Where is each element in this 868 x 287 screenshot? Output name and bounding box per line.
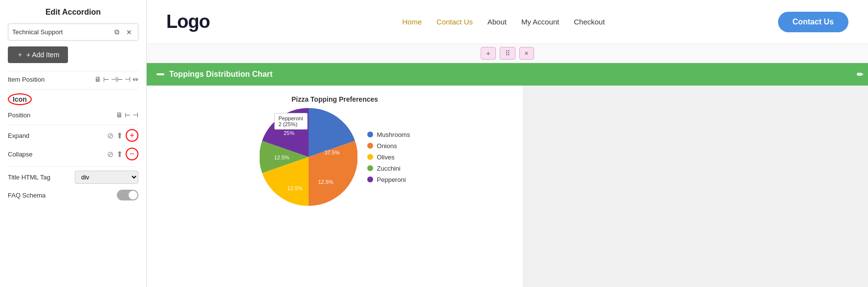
nav-checkout[interactable]: Checkout	[574, 18, 605, 26]
nav-links: Home Contact Us About My Account Checkou…	[229, 18, 778, 26]
item-position-label: Item Position	[8, 76, 45, 83]
expand-plus-button[interactable]: +	[126, 129, 138, 142]
logo: Logo	[166, 11, 210, 32]
expand-controls: ⊘ ⬆ +	[107, 129, 138, 142]
content-area: Toppings Distribution Chart ✏ Pizza Topp…	[147, 63, 868, 287]
collapse-minus-button[interactable]: −	[126, 148, 138, 160]
collapse-controls: ⊘ ⬆ −	[107, 148, 138, 160]
legend-olives: Olives	[367, 154, 410, 161]
right-area: Logo Home Contact Us About My Account Ch…	[147, 0, 868, 287]
collapse-upload-icon[interactable]: ⬆	[116, 150, 123, 159]
label-125-3: 12.5%	[274, 155, 289, 160]
title-tag-label: Title HTML Tag	[8, 174, 50, 181]
section-title: Toppings Distribution Chart	[169, 70, 272, 79]
align-left-icon[interactable]: ⊢	[103, 75, 109, 83]
legend-label-olives: Olives	[377, 154, 395, 161]
legend-label-onions: Onions	[377, 142, 397, 150]
collapse-row: Collapse ⊘ ⬆ −	[8, 148, 138, 160]
nav-home[interactable]: Home	[402, 18, 422, 26]
label-125-2: 12.5%	[287, 185, 302, 191]
expand-upload-icon[interactable]: ⬆	[116, 131, 123, 140]
nav-my-account[interactable]: My Account	[521, 18, 559, 26]
align-stretch-icon[interactable]: ⇔	[133, 75, 138, 83]
expand-no-icon[interactable]: ⊘	[107, 131, 113, 140]
toolbar-close-button[interactable]: ×	[519, 47, 534, 60]
legend-label-pepperoni: Pepperoni	[377, 176, 406, 183]
contact-us-cta-button[interactable]: Contact Us	[778, 12, 848, 32]
label-25: 25%	[284, 130, 294, 136]
chart-content: Pepperoni2 (25%)	[260, 108, 410, 206]
pos-right-icon[interactable]: ⊣	[133, 111, 138, 119]
expand-row: Expand ⊘ ⬆ +	[8, 129, 138, 142]
legend-zucchini: Zucchini	[367, 165, 410, 172]
accordion-item-label: Technical Support	[12, 28, 110, 36]
monitor-icon: 🖥	[94, 75, 101, 83]
chart-area: Pizza Topping Preferences Pepperoni2 (25…	[147, 86, 868, 287]
copy-item-button[interactable]: ⧉	[112, 27, 121, 37]
section-header: Toppings Distribution Chart ✏	[147, 63, 868, 86]
accordion-item-row: Technical Support ⧉ ✕	[8, 23, 138, 41]
panel-title: Edit Accordion	[8, 8, 138, 17]
position-icon-controls: 🖥 ⊢ ⊣	[116, 111, 138, 119]
edit-pencil-icon[interactable]: ✏	[857, 70, 863, 79]
collapse-no-icon[interactable]: ⊘	[107, 150, 113, 159]
toggle-knob	[129, 191, 137, 199]
toolbar-move-button[interactable]: ⠿	[500, 47, 515, 60]
title-tag-select[interactable]: div	[75, 171, 138, 184]
position-label: Position	[8, 111, 30, 119]
collapse-label: Collapse	[8, 151, 33, 158]
legend-dot-onions	[367, 143, 373, 149]
label-375: 37.5%	[324, 150, 339, 155]
title-tag-row: Title HTML Tag div	[8, 171, 138, 184]
faq-schema-toggle[interactable]: No	[117, 190, 138, 200]
faq-schema-row: FAQ Schema No	[8, 190, 138, 200]
align-right-icon[interactable]: ⊣	[125, 75, 131, 83]
legend-dot-olives	[367, 154, 373, 160]
label-125-1: 12.5%	[318, 179, 333, 185]
align-center-icon[interactable]: ⊣⊢	[111, 75, 123, 83]
position-row: Position 🖥 ⊢ ⊣	[8, 111, 138, 119]
expand-label: Expand	[8, 132, 29, 139]
pos-left-icon[interactable]: ⊢	[125, 111, 131, 119]
toolbar-add-button[interactable]: +	[481, 47, 495, 60]
chart-left-panel: Pizza Topping Preferences Pepperoni2 (25…	[147, 86, 523, 287]
add-item-icon: ＋	[17, 50, 23, 59]
add-item-label: + Add Item	[26, 51, 59, 59]
legend-mushrooms: Mushrooms	[367, 131, 410, 138]
faq-schema-label: FAQ Schema	[8, 192, 45, 199]
item-position-row: Item Position 🖥 ⊢ ⊣⊢ ⊣ ⇔	[8, 75, 138, 83]
nav-about[interactable]: About	[488, 18, 507, 26]
left-panel: Edit Accordion Technical Support ⧉ ✕ ＋ +…	[0, 0, 147, 287]
legend-label-zucchini: Zucchini	[377, 165, 401, 172]
legend-dot-zucchini	[367, 165, 373, 171]
legend-dot-pepperoni	[367, 177, 373, 182]
toolbar-row: + ⠿ ×	[147, 44, 868, 63]
chart-right-empty	[523, 86, 868, 287]
legend-pepperoni: Pepperoni	[367, 176, 410, 183]
legend-onions: Onions	[367, 142, 410, 150]
icon-label: Icon	[8, 93, 32, 105]
nav-contact-us[interactable]: Contact Us	[437, 18, 473, 26]
position-icons: 🖥 ⊢ ⊣⊢ ⊣ ⇔	[94, 75, 138, 83]
legend-dot-mushrooms	[367, 132, 373, 137]
chart-title: Pizza Topping Preferences	[291, 95, 378, 103]
nav-header: Logo Home Contact Us About My Account Ch…	[147, 0, 868, 44]
add-item-button[interactable]: ＋ + Add Item	[8, 46, 68, 63]
chart-legend: Mushrooms Onions Olives Zucchini	[367, 131, 410, 183]
legend-label-mushrooms: Mushrooms	[377, 131, 410, 138]
pie-chart: Pepperoni2 (25%)	[260, 108, 357, 206]
monitor-icon-2: 🖥	[116, 111, 123, 119]
delete-item-button[interactable]: ✕	[124, 27, 134, 37]
icon-section: Icon	[8, 93, 138, 111]
minus-bar-icon	[156, 73, 164, 75]
pepperoni-label: Pepperoni2 (25%)	[274, 113, 308, 130]
